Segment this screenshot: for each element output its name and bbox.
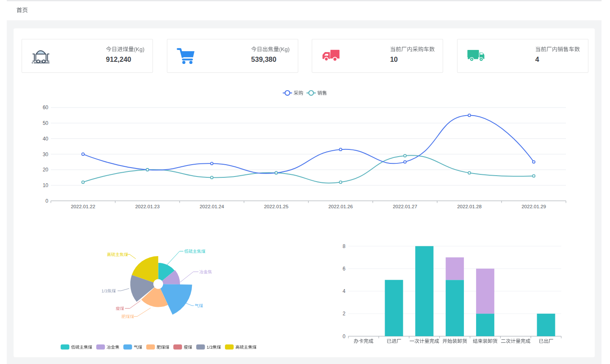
svg-text:2022.01.22: 2022.01.22 <box>71 204 95 209</box>
svg-text:50: 50 <box>43 120 49 126</box>
svg-text:30: 30 <box>43 152 49 157</box>
svg-text:60: 60 <box>43 105 49 110</box>
svg-text:40: 40 <box>43 136 49 142</box>
svg-text:539,380: 539,380 <box>251 55 277 63</box>
svg-text:0: 0 <box>45 198 48 204</box>
svg-text:2022.01.24: 2022.01.24 <box>200 204 224 209</box>
svg-text:912,240: 912,240 <box>106 55 131 63</box>
svg-text:2022.01.28: 2022.01.28 <box>457 204 482 209</box>
svg-text:2022.01.29: 2022.01.29 <box>521 204 546 209</box>
svg-text:10: 10 <box>390 55 398 63</box>
svg-text:10: 10 <box>43 182 49 188</box>
svg-text:6: 6 <box>343 266 346 272</box>
svg-text:2022.01.26: 2022.01.26 <box>328 204 353 209</box>
svg-text:2: 2 <box>343 311 346 317</box>
svg-text:4: 4 <box>535 55 539 63</box>
svg-text:2022.01.23: 2022.01.23 <box>135 204 160 209</box>
svg-text:0: 0 <box>343 334 346 339</box>
svg-text:8: 8 <box>343 243 346 249</box>
svg-text:4: 4 <box>343 288 346 294</box>
svg-text:2022.01.25: 2022.01.25 <box>264 204 288 209</box>
svg-text:20: 20 <box>43 167 49 173</box>
svg-text:2022.01.27: 2022.01.27 <box>393 204 417 209</box>
